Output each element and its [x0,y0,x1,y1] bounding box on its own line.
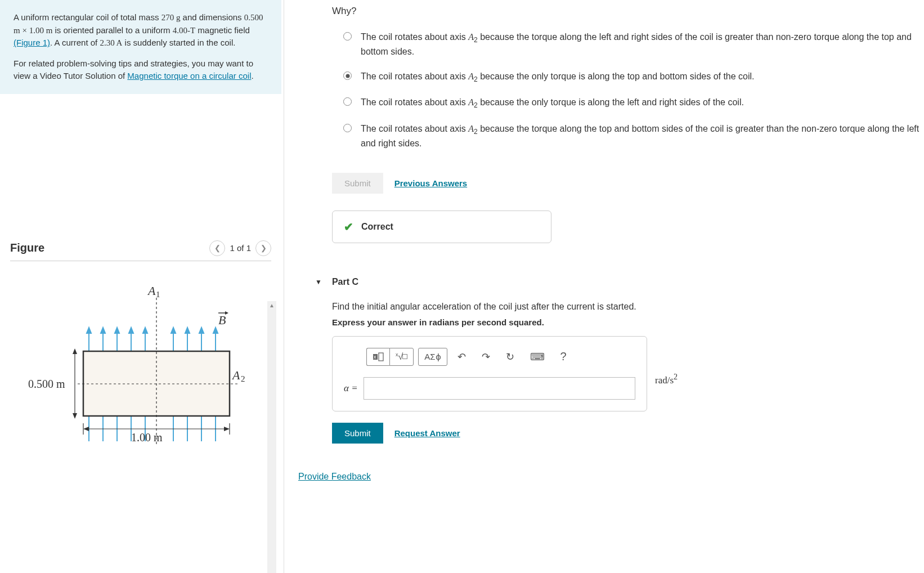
svg-marker-13 [185,328,190,333]
svg-text:B: B [218,313,226,327]
answer-box: x x√ ΑΣϕ ↶ ↷ ↻ ⌨ ? α = [332,336,647,411]
part-c-header[interactable]: ▼ Part C [315,277,924,287]
answer-toolbar: x x√ ΑΣϕ ↶ ↷ ↻ ⌨ ? [344,348,635,366]
svg-marker-17 [213,328,218,333]
radio-group: The coil rotates about axis A2 because t… [332,30,924,150]
template-tool-button[interactable]: x [366,348,389,366]
answer-input[interactable] [364,377,635,400]
svg-text:A: A [147,284,156,298]
svg-text:0.500 m: 0.500 m [28,378,65,390]
figure-diagram: B A 1 A 2 0.500 m [10,278,271,449]
radio-text: The coil rotates about axis A2 because t… [361,122,924,150]
part-title: Part C [332,277,358,287]
radio-text: The coil rotates about axis A2 because t… [361,70,755,84]
redo-button[interactable]: ↷ [476,348,496,366]
problem-paragraph-1: A uniform rectangular coil of total mass… [14,11,268,50]
reset-button[interactable]: ↻ [500,348,520,366]
feedback-text: Correct [361,222,393,232]
video-tutor-link[interactable]: Magnetic torque on a circular coil [127,71,251,80]
svg-marker-9 [143,328,147,333]
svg-text:x: x [374,354,376,360]
feedback-correct: ✔ Correct [332,211,551,243]
svg-marker-15 [199,328,204,333]
collapse-icon[interactable]: ▼ [315,278,322,286]
figure-count: 1 of 1 [230,243,251,253]
undo-button[interactable]: ↶ [452,348,472,366]
svg-marker-33 [83,427,89,431]
previous-answers-link[interactable]: Previous Answers [394,178,468,188]
greek-tool-button[interactable]: ΑΣϕ [418,348,447,366]
check-icon: ✔ [344,220,353,234]
problem-paragraph-2: For related problem-solving tips and str… [14,57,268,83]
radio-option-2[interactable]: The coil rotates about axis A2 because t… [343,70,924,84]
radio-text: The coil rotates about axis A2 because t… [361,30,924,59]
submit-button: Submit [332,173,383,194]
radio-circle-icon[interactable] [343,97,352,106]
svg-text:1.00 m: 1.00 m [131,431,163,444]
svg-marker-30 [73,413,77,419]
svg-text:A: A [231,368,240,382]
submit-button[interactable]: Submit [332,423,383,444]
radio-option-4[interactable]: The coil rotates about axis A2 because t… [343,122,924,150]
svg-text:2: 2 [241,374,245,383]
why-heading: Why? [332,6,924,17]
keyboard-button[interactable]: ⌨ [524,348,550,366]
radio-text: The coil rotates about axis A2 because t… [361,96,744,110]
problem-statement: A uniform rectangular coil of total mass… [0,0,281,94]
svg-marker-5 [115,328,119,333]
units-label: rad/s2 [655,372,678,386]
radio-option-3[interactable]: The coil rotates about axis A2 because t… [343,96,924,110]
figure-prev-button[interactable]: ❮ [209,240,225,256]
part-c-subinstruction: Express your answer in radians per secon… [332,317,924,327]
svg-rect-39 [379,353,383,361]
radio-circle-icon[interactable] [343,124,352,132]
radio-circle-icon[interactable] [343,71,352,80]
figure-next-button[interactable]: ❯ [255,240,271,256]
request-answer-link[interactable]: Request Answer [394,428,460,438]
svg-marker-11 [171,328,176,333]
svg-marker-29 [73,348,77,354]
figure-title: Figure [10,241,44,254]
part-c-instruction: Find the initial angular acceleration of… [332,302,924,312]
figure-link[interactable]: (Figure 1) [14,38,50,47]
svg-marker-34 [224,427,230,431]
radio-option-1[interactable]: The coil rotates about axis A2 because t… [343,30,924,59]
sqrt-tool-button[interactable]: x√ [389,348,414,366]
figure-scrollbar[interactable]: ▲ [267,301,276,573]
svg-marker-1 [87,328,91,333]
variable-label: α = [344,383,358,394]
svg-text:1: 1 [156,290,160,299]
provide-feedback-link[interactable]: Provide Feedback [298,472,924,482]
svg-marker-7 [129,328,133,333]
radio-circle-icon[interactable] [343,32,352,41]
help-button[interactable]: ? [555,348,572,366]
scroll-up-icon[interactable]: ▲ [267,301,276,310]
svg-marker-20 [225,311,228,315]
svg-marker-3 [101,328,105,333]
